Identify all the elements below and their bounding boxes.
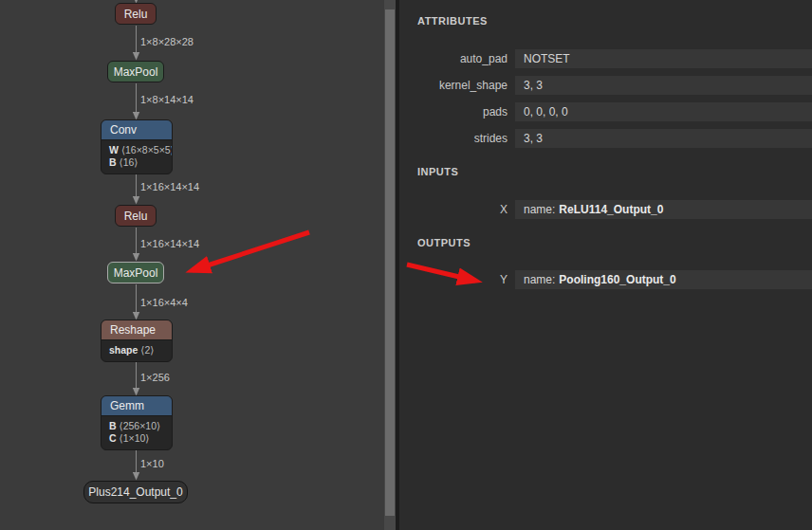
attribute-row-pads: pads 0, 0, 0, 0	[399, 102, 812, 121]
graph-edges	[0, 0, 384, 530]
attribute-row-auto-pad: auto_pad NOTSET	[399, 49, 812, 68]
attributes-section-title: ATTRIBUTES	[417, 15, 488, 27]
name-prefix: name:	[524, 203, 555, 216]
node-param-row: B⟨16⟩	[109, 156, 164, 169]
vertical-scrollbar-thumb[interactable]	[385, 9, 395, 516]
node-title: Conv	[102, 120, 172, 140]
model-graph-panel[interactable]: Relu 1×8×28×28 MaxPool 1×8×14×14 Conv W⟨…	[0, 0, 384, 530]
input-value-field[interactable]: name:ReLU114_Output_0	[515, 200, 812, 219]
node-maxpool-1[interactable]: MaxPool	[107, 61, 164, 82]
node-param-row: shape⟨2⟩	[109, 344, 164, 356]
node-properties-panel: ATTRIBUTES auto_pad NOTSET kernel_shape …	[399, 0, 812, 530]
attribute-value-field[interactable]: NOTSET	[515, 49, 812, 68]
node-relu-2[interactable]: Relu	[115, 205, 157, 227]
attribute-label: strides	[399, 129, 508, 148]
edge-label-tensor-shape: 1×10	[140, 458, 164, 469]
node-title: MaxPool	[114, 65, 158, 79]
output-label: Y	[399, 270, 508, 289]
attribute-value-field[interactable]: 3, 3	[515, 129, 812, 148]
node-title: MaxPool	[114, 266, 158, 280]
node-title: Reshape	[102, 320, 172, 340]
node-title: Gemm	[102, 396, 172, 416]
node-reshape[interactable]: Reshape shape⟨2⟩	[101, 320, 173, 362]
attribute-row-strides: strides 3, 3	[399, 129, 812, 148]
attribute-value-field[interactable]: 3, 3	[515, 76, 812, 95]
node-model-output[interactable]: Plus214_Output_0	[83, 481, 188, 503]
attribute-label: kernel_shape	[399, 76, 508, 95]
node-title: Relu	[124, 8, 148, 21]
name-prefix: name:	[524, 273, 555, 286]
inputs-section-title: INPUTS	[417, 166, 458, 177]
attribute-label: auto_pad	[399, 49, 508, 68]
input-row-x: X name:ReLU114_Output_0	[399, 200, 812, 219]
edge-label-tensor-shape: 1×16×14×14	[140, 238, 199, 249]
attribute-label: pads	[399, 102, 508, 121]
vertical-scrollbar-track[interactable]	[384, 0, 396, 530]
node-relu-1[interactable]: Relu	[115, 3, 157, 25]
node-param-row: C⟨1×10⟩	[109, 432, 164, 445]
edge-label-tensor-shape: 1×8×28×28	[140, 36, 194, 47]
input-tensor-name: ReLU114_Output_0	[559, 203, 663, 216]
outputs-section-title: OUTPUTS	[417, 237, 471, 248]
edge-label-tensor-shape: 1×256	[140, 372, 170, 383]
output-row-y: Y name:Pooling160_Output_0	[399, 270, 812, 289]
node-title: Relu	[124, 210, 148, 223]
node-title: Plus214_Output_0	[88, 485, 182, 499]
input-label: X	[399, 200, 508, 219]
attribute-row-kernel-shape: kernel_shape 3, 3	[399, 76, 812, 95]
edge-label-tensor-shape: 1×16×14×14	[140, 181, 199, 192]
attribute-value-field[interactable]: 0, 0, 0, 0	[515, 102, 812, 121]
node-param-row: B⟨256×10⟩	[109, 420, 164, 432]
output-value-field[interactable]: name:Pooling160_Output_0	[515, 270, 812, 289]
node-param-row: W⟨16×8×5×5⟩	[109, 144, 164, 156]
node-conv[interactable]: Conv W⟨16×8×5×5⟩ B⟨16⟩	[101, 119, 173, 174]
output-tensor-name: Pooling160_Output_0	[559, 273, 675, 286]
node-maxpool-2-selected[interactable]: MaxPool	[107, 262, 164, 283]
edge-label-tensor-shape: 1×8×14×14	[140, 94, 194, 105]
edge-label-tensor-shape: 1×16×4×4	[140, 297, 188, 308]
node-gemm[interactable]: Gemm B⟨256×10⟩ C⟨1×10⟩	[101, 395, 173, 450]
